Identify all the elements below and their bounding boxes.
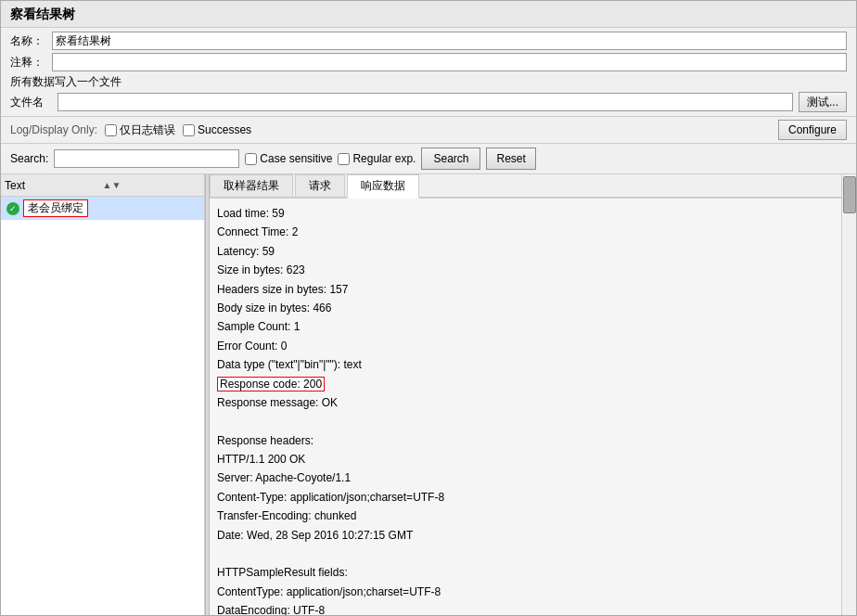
all-data-label: 所有数据写入一个文件 <box>10 74 847 90</box>
result-line: Connect Time: 2 <box>217 223 834 241</box>
tree-item[interactable]: ✓ 老会员绑定 <box>1 197 204 220</box>
case-sensitive-checkbox[interactable] <box>245 153 257 165</box>
main-window: 察看结果树 名称： 注释： 所有数据写入一个文件 文件名 测试... Log/D… <box>0 0 857 616</box>
response-code-highlight: Response code: 200 <box>217 377 325 391</box>
result-line: Server: Apache-Coyote/1.1 <box>217 468 834 487</box>
result-line: ContentType: application/json;charset=UT… <box>217 583 834 601</box>
browse-button[interactable]: 测试... <box>799 92 847 112</box>
tab-response-data[interactable]: 响应数据 <box>347 174 419 199</box>
log-display-label: Log/Display Only: <box>10 123 97 136</box>
left-panel-header: Text ▲▼ <box>1 174 204 197</box>
case-sensitive-option[interactable]: Case sensitive <box>245 152 332 165</box>
regex-option[interactable]: Regular exp. <box>338 152 416 165</box>
result-line: Error Count: 0 <box>217 337 834 355</box>
result-line: Data type ("text"|"bin"|""): text <box>217 355 834 374</box>
result-line: Sample Count: 1 <box>217 317 834 336</box>
main-content: Text ▲▼ ✓ 老会员绑定 取样器结果 请求 <box>1 174 856 615</box>
success-status-icon: ✓ <box>6 202 19 215</box>
tabs-row: 取样器结果 请求 响应数据 <box>210 174 841 199</box>
content-area: Text ▲▼ ✓ 老会员绑定 取样器结果 请求 <box>1 174 856 615</box>
tab-content-area[interactable]: Load time: 59Connect Time: 2Latency: 59S… <box>210 199 841 615</box>
result-line: Response headers: <box>217 431 834 450</box>
log-errors-label[interactable]: 仅日志错误 <box>105 122 175 138</box>
file-label: 文件名 <box>10 95 52 110</box>
result-line: Latency: 59 <box>217 242 834 261</box>
title-bar: 察看结果树 <box>1 1 856 28</box>
regex-text: Regular exp. <box>352 152 416 165</box>
log-errors-checkbox[interactable] <box>105 124 117 136</box>
result-line: HTTPSampleResult fields: <box>217 563 834 582</box>
result-line: Headers size in bytes: 157 <box>217 280 834 299</box>
log-errors-text: 仅日志错误 <box>120 122 175 138</box>
result-line: DataEncoding: UTF-8 <box>217 601 834 615</box>
log-display-row: Log/Display Only: 仅日志错误 Successes Config… <box>1 117 856 144</box>
comment-input[interactable] <box>52 53 847 71</box>
result-lines: Load time: 59Connect Time: 2Latency: 59S… <box>217 204 834 615</box>
result-line: Transfer-Encoding: chunked <box>217 507 834 525</box>
result-line: Response code: 200 <box>217 375 834 393</box>
name-label: 名称： <box>10 33 52 49</box>
search-input[interactable] <box>54 149 239 168</box>
comment-label: 注释： <box>10 55 52 71</box>
configure-button[interactable]: Configure <box>778 120 847 140</box>
successes-label[interactable]: Successes <box>183 123 251 136</box>
tab-request[interactable]: 请求 <box>295 174 345 197</box>
scrollbar[interactable] <box>841 174 856 615</box>
left-panel: Text ▲▼ ✓ 老会员绑定 <box>1 174 205 615</box>
scrollbar-thumb[interactable] <box>843 176 856 213</box>
result-line: Content-Type: application/json;charset=U… <box>217 488 834 507</box>
successes-text: Successes <box>198 123 251 136</box>
result-line: Size in bytes: 623 <box>217 261 834 279</box>
window-title: 察看结果树 <box>10 6 847 23</box>
result-line: Date: Wed, 28 Sep 2016 10:27:15 GMT <box>217 526 834 545</box>
result-line: Load time: 59 <box>217 204 834 223</box>
tab-sampler-result[interactable]: 取样器结果 <box>210 174 293 197</box>
sort-icon[interactable]: ▲▼ <box>103 180 201 190</box>
reset-button[interactable]: Reset <box>486 148 535 170</box>
result-line: Body size in bytes: 466 <box>217 299 834 317</box>
tree-item-label: 老会员绑定 <box>23 199 88 217</box>
regex-checkbox[interactable] <box>338 153 350 165</box>
result-line <box>217 412 834 430</box>
name-input[interactable] <box>52 32 847 50</box>
result-line: HTTP/1.1 200 OK <box>217 450 834 468</box>
result-line <box>217 545 834 563</box>
search-button[interactable]: Search <box>421 148 480 170</box>
left-panel-title: Text <box>5 179 103 192</box>
name-section: 名称： 注释： 所有数据写入一个文件 文件名 测试... <box>1 28 856 117</box>
successes-checkbox[interactable] <box>183 124 195 136</box>
case-sensitive-text: Case sensitive <box>260 152 332 165</box>
result-line: Response message: OK <box>217 393 834 412</box>
right-panel: 取样器结果 请求 响应数据 Load time: 59Connect Time:… <box>210 174 841 615</box>
search-bar: Search: Case sensitive Regular exp. Sear… <box>1 144 856 174</box>
file-input[interactable] <box>58 93 793 111</box>
search-label: Search: <box>10 152 48 165</box>
